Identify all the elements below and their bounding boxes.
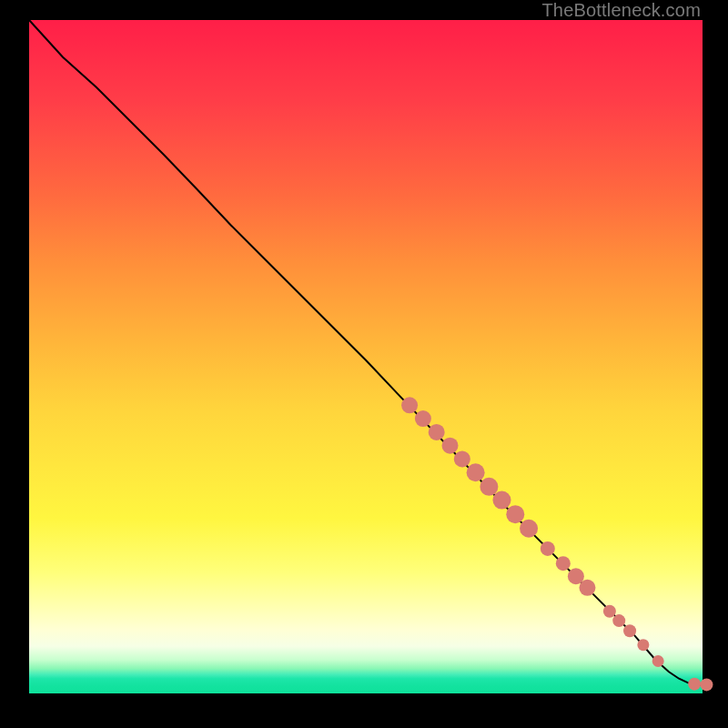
curve-line [29, 20, 709, 684]
data-marker [612, 614, 625, 627]
data-marker [506, 505, 524, 523]
data-marker [442, 438, 459, 454]
data-marker [480, 478, 498, 496]
data-marker [688, 678, 701, 691]
data-marker [467, 463, 485, 481]
data-marker [401, 397, 418, 413]
data-marker [541, 541, 555, 556]
data-marker [454, 450, 470, 467]
data-marker [623, 624, 636, 637]
data-marker [492, 491, 511, 510]
data-marker [429, 424, 445, 440]
data-marker [556, 556, 571, 571]
data-marker [579, 580, 595, 596]
plot-area [29, 20, 703, 693]
chart-svg [29, 20, 703, 693]
data-marker [637, 639, 649, 651]
markers-group [401, 397, 713, 691]
data-marker [603, 605, 616, 618]
data-marker [700, 678, 713, 691]
watermark-text: TheBottleneck.com [541, 0, 701, 21]
data-marker [520, 520, 538, 538]
chart-stage: TheBottleneck.com [0, 0, 728, 728]
data-marker [415, 410, 431, 427]
data-marker [652, 655, 664, 667]
